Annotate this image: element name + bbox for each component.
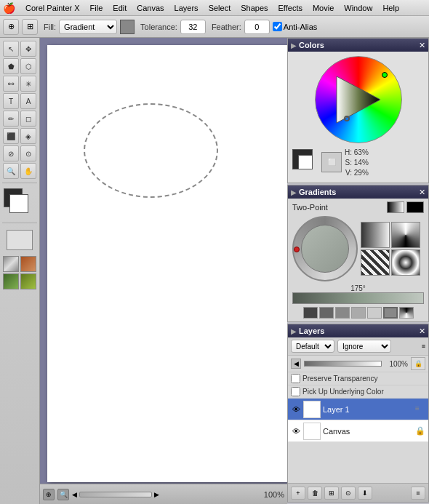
color-swatch-area xyxy=(4,188,36,217)
fill-tool[interactable]: ⬛ xyxy=(3,128,19,144)
gradients-panel-close[interactable]: ✕ xyxy=(419,188,425,197)
freehand-tool[interactable]: ⬟ xyxy=(3,58,19,74)
menu-effects[interactable]: Effects xyxy=(274,3,307,13)
menu-select[interactable]: Select xyxy=(204,3,236,13)
canvas-item[interactable]: 👁 Canvas 🔒 xyxy=(288,420,428,442)
zoom-tool[interactable]: 🔍 xyxy=(3,163,19,179)
canvas-document[interactable] xyxy=(47,45,287,482)
background-color[interactable] xyxy=(9,194,28,213)
layers-back-btn[interactable]: ◀ xyxy=(291,359,301,369)
menu-corel[interactable]: Corel Painter X xyxy=(21,3,84,13)
menu-file[interactable]: File xyxy=(86,3,108,13)
status-icon-1[interactable]: ⊕ xyxy=(43,489,55,500)
fill-select[interactable]: Gradient Solid Color Pattern xyxy=(59,20,117,34)
layer-1-eye-icon[interactable]: 👁 xyxy=(291,404,301,415)
dropper-tool[interactable]: ⊘ xyxy=(3,145,19,161)
eraser-tool[interactable]: ◻ xyxy=(20,111,36,127)
move-tool[interactable]: ✥ xyxy=(20,41,36,57)
menu-canvas[interactable]: Canvas xyxy=(132,3,168,13)
blend-tool[interactable]: ⊙ xyxy=(20,145,36,161)
tool-row-3: ⚯ ✳ xyxy=(3,76,36,92)
antialias-checkbox[interactable] xyxy=(273,22,282,31)
slider-right-arrow[interactable]: ▶ xyxy=(154,491,159,498)
gradient-degree: 175° xyxy=(292,284,424,292)
layer-item-1[interactable]: 👁 Layer 1 ≡ xyxy=(288,399,428,420)
colors-panel-close[interactable]: ✕ xyxy=(419,41,425,50)
apple-menu[interactable]: 🍎 xyxy=(3,2,15,14)
layers-panel-close[interactable]: ✕ xyxy=(419,327,425,336)
transform-icon[interactable]: ⊞ xyxy=(22,19,38,35)
gradient-ctrl-4[interactable] xyxy=(351,307,366,319)
layers-composite[interactable]: Ignore Composite xyxy=(337,340,391,353)
gradient-preset-2[interactable] xyxy=(391,222,420,248)
bg-swatch[interactable] xyxy=(298,155,313,169)
hand-tool[interactable]: ✋ xyxy=(20,163,36,179)
selection-tool-icon[interactable]: ⊕ xyxy=(3,19,19,35)
layer-mask-btn[interactable]: ⊙ xyxy=(341,487,356,500)
text-tool[interactable]: T xyxy=(3,93,19,109)
layers-options-icon[interactable]: ≡ xyxy=(422,343,425,350)
menu-edit[interactable]: Edit xyxy=(108,3,131,13)
menu-layers[interactable]: Layers xyxy=(170,3,203,13)
gradient-ctrl-5[interactable] xyxy=(367,307,382,319)
gradient-ctrl-3[interactable] xyxy=(335,307,350,319)
gradient-ctrl-2[interactable] xyxy=(319,307,334,319)
delete-layer-btn[interactable]: 🗑 xyxy=(308,487,322,500)
gradient-ctrl-1[interactable] xyxy=(303,307,318,319)
gradient-bar[interactable] xyxy=(292,292,424,304)
polygon-tool[interactable]: ⬡ xyxy=(20,58,36,74)
arrow-tool[interactable]: ↖ xyxy=(3,41,19,57)
menu-help[interactable]: Help xyxy=(378,3,404,13)
new-layer-btn[interactable]: + xyxy=(291,487,305,500)
antialias-label[interactable]: Anti-Alias xyxy=(273,22,317,31)
slider-left-arrow[interactable]: ◀ xyxy=(72,491,77,498)
texture-3[interactable] xyxy=(3,273,19,289)
gradients-panel-header[interactable]: ▶ Gradients ✕ xyxy=(288,185,428,199)
layers-panel-header[interactable]: ▶ Layers ✕ xyxy=(288,324,428,337)
canvas-layer-name: Canvas xyxy=(323,427,413,436)
gradient-preset-1[interactable] xyxy=(361,222,390,248)
tolerance-input[interactable]: 32 xyxy=(180,20,206,34)
layers-preserve-row: Preserve Transparency xyxy=(288,372,428,385)
layers-blend-mode[interactable]: Default Normal Multiply xyxy=(291,340,334,353)
clone-tool[interactable]: ◈ xyxy=(20,128,36,144)
texture-4[interactable] xyxy=(20,273,36,289)
layers-panel-btn[interactable]: ≡ xyxy=(411,487,425,500)
layers-opacity-bar[interactable] xyxy=(304,361,382,367)
tool-row-4: T A xyxy=(3,93,36,109)
color-triangle[interactable] xyxy=(328,69,389,130)
menu-shapes[interactable]: Shapes xyxy=(236,3,272,13)
layer-merge-btn[interactable]: ⬇ xyxy=(358,487,372,500)
paint-tool[interactable]: ✏ xyxy=(3,111,19,127)
status-icon-2[interactable]: 🔍 xyxy=(57,489,69,500)
fill-swatch[interactable] xyxy=(120,20,135,34)
canvas-eye-icon[interactable]: 👁 xyxy=(291,426,301,436)
texture-2[interactable] xyxy=(20,256,36,272)
layers-opacity-icon[interactable]: 🔒 xyxy=(411,357,425,370)
gradient-swatch-2[interactable] xyxy=(406,201,424,213)
gradient-ctrl-7[interactable] xyxy=(399,307,414,319)
gradient-preset-4[interactable] xyxy=(391,249,420,276)
gradient-swatch-1[interactable] xyxy=(387,201,404,213)
layer-group-btn[interactable]: ⊞ xyxy=(324,487,339,500)
antialias-text: Anti-Alias xyxy=(284,23,317,31)
gradient-ring-area xyxy=(292,216,424,281)
paper-swatch[interactable] xyxy=(4,227,36,253)
texture-1[interactable] xyxy=(3,256,19,272)
lasso-tool[interactable]: ⚯ xyxy=(3,76,19,92)
gradient-start-dot[interactable] xyxy=(294,247,300,252)
preserve-transparency-checkbox[interactable] xyxy=(291,374,300,383)
clone-color-swatch[interactable]: ⬜ xyxy=(321,152,342,172)
zoom-slider[interactable] xyxy=(79,492,152,497)
menu-movie[interactable]: Movie xyxy=(308,3,338,13)
shape-tool[interactable]: A xyxy=(20,93,36,109)
gradient-ctrl-6[interactable] xyxy=(383,307,398,319)
pickup-checkbox[interactable] xyxy=(291,387,300,396)
magic-wand-tool[interactable]: ✳ xyxy=(20,76,36,92)
menu-window[interactable]: Window xyxy=(340,3,377,13)
layers-top-bar: Default Normal Multiply Ignore Composite… xyxy=(288,337,428,356)
colors-panel-header[interactable]: ▶ Colors ✕ xyxy=(288,39,428,52)
color-wheel-container xyxy=(315,56,402,143)
gradient-preset-3[interactable] xyxy=(361,249,390,276)
feather-input[interactable]: 0 xyxy=(244,20,270,34)
